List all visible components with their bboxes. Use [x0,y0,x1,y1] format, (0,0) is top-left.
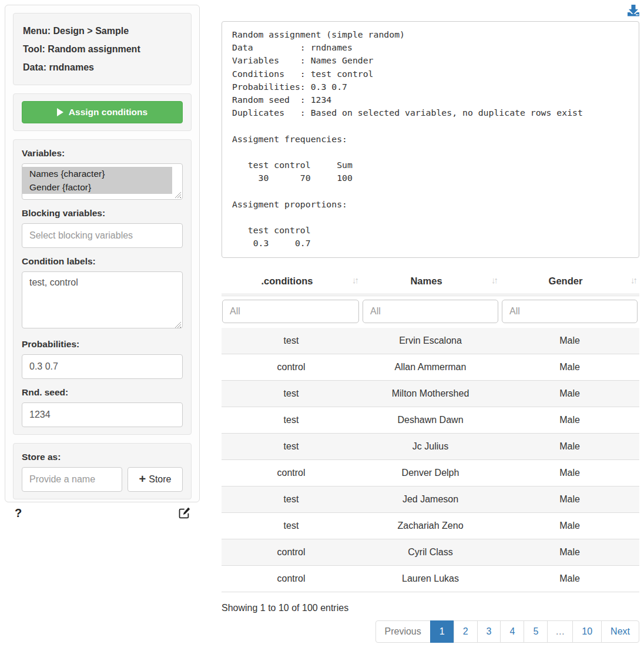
table-row: control Denver Delph Male [222,460,639,486]
blocking-variables-label: Blocking variables: [22,208,183,219]
store-name-input[interactable] [22,467,122,492]
cell-gender: Male [500,407,639,434]
pagination-page-4[interactable]: 4 [501,620,524,643]
resize-handle-icon[interactable] [175,192,181,198]
assign-conditions-label: Assign conditions [69,107,147,118]
pagination-page-10[interactable]: 10 [573,620,602,643]
cell-name: Cyril Class [361,539,500,566]
cell-name: Denver Delph [361,460,500,486]
column-header-conditions[interactable]: .conditions ↓↑ [222,267,361,295]
probabilities-label: Probabilities: [22,339,183,350]
summary-panel: Menu: Design > Sample Tool: Random assig… [13,13,192,85]
cell-gender: Male [500,566,639,592]
cell-condition: test [222,381,361,407]
random-seed-label: Rnd. seed: [22,387,183,398]
sort-icon: ↓↑ [352,275,357,285]
cell-name: Allan Ammerman [361,354,500,381]
cell-gender: Male [500,460,639,486]
cell-gender: Male [500,328,639,354]
download-icon[interactable] [628,5,639,19]
cell-condition: control [222,566,361,592]
cell-condition: test [222,328,361,354]
filter-input-gender[interactable] [502,300,638,323]
cell-name: Deshawn Dawn [361,407,500,434]
table-row: control Cyril Class Male [222,539,639,566]
blocking-variables-input[interactable] [22,223,183,248]
table-row: control Lauren Lukas Male [222,566,639,592]
cell-condition: test [222,513,361,539]
condition-labels-label: Condition labels: [22,256,183,267]
help-icon[interactable]: ? [15,506,22,520]
variables-label: Variables: [22,148,183,159]
table-row: test Deshawn Dawn Male [222,407,639,434]
pagination-page-1[interactable]: 1 [431,620,454,643]
filter-input-conditions[interactable] [222,300,359,323]
column-header-gender[interactable]: Gender ↓↑ [500,267,639,295]
table-row: test Jed Jameson Male [222,486,639,513]
settings-panel: Variables: Names {character} Gender {fac… [13,139,192,435]
cell-condition: test [222,486,361,513]
cell-gender: Male [500,381,639,407]
variables-option-names[interactable]: Names {character} [22,167,172,180]
results-table: .conditions ↓↑ Names ↓↑ Gender ↓↑ [222,267,639,592]
table-row: test Milton Mothershed Male [222,381,639,407]
cell-name: Lauren Lukas [361,566,500,592]
cell-gender: Male [500,434,639,460]
main-content: Random assignment (simple random) Data :… [222,5,639,643]
cell-condition: test [222,434,361,460]
cell-gender: Male [500,354,639,381]
cell-condition: control [222,354,361,381]
random-seed-input[interactable] [22,402,183,427]
table-row: test Ervin Escalona Male [222,328,639,354]
menu-breadcrumb: Menu: Design > Sample [23,22,182,40]
pagination-previous[interactable]: Previous [375,620,431,643]
probabilities-input[interactable] [22,354,183,379]
assignment-summary-text: Random assignment (simple random) Data :… [232,28,629,250]
play-icon [57,108,63,116]
pagination-ellipsis: … [548,620,573,643]
cell-name: Zachariah Zeno [361,513,500,539]
pagination-next[interactable]: Next [602,620,639,643]
cell-gender: Male [500,486,639,513]
cell-condition: test [222,407,361,434]
pagination: Previous 1 2 3 4 5 … 10 Next [222,620,639,643]
table-filter-row [222,295,639,328]
cell-name: Milton Mothershed [361,381,500,407]
dataset-label: Data: rndnames [23,58,182,76]
variables-option-gender[interactable]: Gender {factor} [22,180,172,194]
table-row: test Zachariah Zeno Male [222,513,639,539]
cell-gender: Male [500,539,639,566]
page: Menu: Design > Sample Tool: Random assig… [0,0,644,647]
output-panel: Random assignment (simple random) Data :… [222,21,639,258]
store-button-label: Store [149,474,171,485]
table-row: control Allan Ammerman Male [222,354,639,381]
table-row: test Jc Julius Male [222,434,639,460]
assign-conditions-button[interactable]: Assign conditions [22,101,183,123]
filter-input-names[interactable] [363,300,498,323]
pagination-page-2[interactable]: 2 [454,620,478,643]
pagination-page-3[interactable]: 3 [478,620,501,643]
variables-listbox[interactable]: Names {character} Gender {factor} [22,163,183,200]
sort-icon: ↓↑ [630,275,636,285]
edit-icon[interactable] [179,508,190,519]
table-header-row: .conditions ↓↑ Names ↓↑ Gender ↓↑ [222,267,639,295]
sidebar-footer: ? [13,505,192,520]
sidebar: Menu: Design > Sample Tool: Random assig… [5,5,200,502]
cell-condition: control [222,460,361,486]
cell-condition: control [222,539,361,566]
cell-name: Jed Jameson [361,486,500,513]
column-header-names[interactable]: Names ↓↑ [361,267,500,295]
table-info: Showing 1 to 10 of 100 entries [222,603,639,613]
plus-icon: + [139,473,146,485]
cell-gender: Male [500,513,639,539]
cell-name: Ervin Escalona [361,328,500,354]
pagination-page-5[interactable]: 5 [524,620,548,643]
tool-label: Tool: Random assignment [23,40,182,58]
condition-labels-textarea[interactable]: test, control [22,271,183,328]
sort-icon: ↓↑ [491,275,497,285]
store-as-label: Store as: [22,452,183,462]
store-panel: Store as: + Store [13,443,192,499]
cell-name: Jc Julius [361,434,500,460]
action-panel: Assign conditions [13,93,192,131]
store-button[interactable]: + Store [128,467,183,492]
